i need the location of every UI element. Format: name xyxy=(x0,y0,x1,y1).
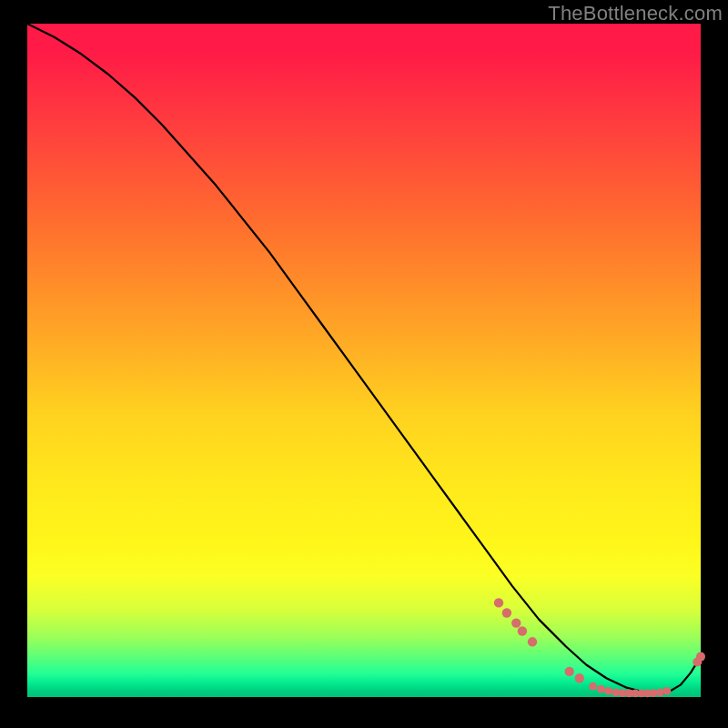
bottleneck-curve xyxy=(27,24,701,693)
data-point xyxy=(502,608,511,617)
plot-container xyxy=(27,24,701,697)
data-point xyxy=(494,598,503,607)
chart-svg xyxy=(27,24,701,697)
data-point xyxy=(656,688,664,696)
data-point xyxy=(696,652,705,662)
data-point xyxy=(565,667,574,676)
data-point xyxy=(663,687,672,695)
data-point xyxy=(597,685,605,693)
data-point xyxy=(528,637,537,646)
data-points xyxy=(494,598,705,697)
data-point xyxy=(575,673,584,682)
watermark-text: TheBottleneck.com xyxy=(548,2,723,25)
plot-area xyxy=(27,24,701,697)
chart-root: TheBottleneck.com xyxy=(0,0,728,728)
data-point xyxy=(604,687,612,695)
data-point xyxy=(518,626,527,635)
data-point xyxy=(589,682,597,691)
data-point xyxy=(511,618,521,627)
